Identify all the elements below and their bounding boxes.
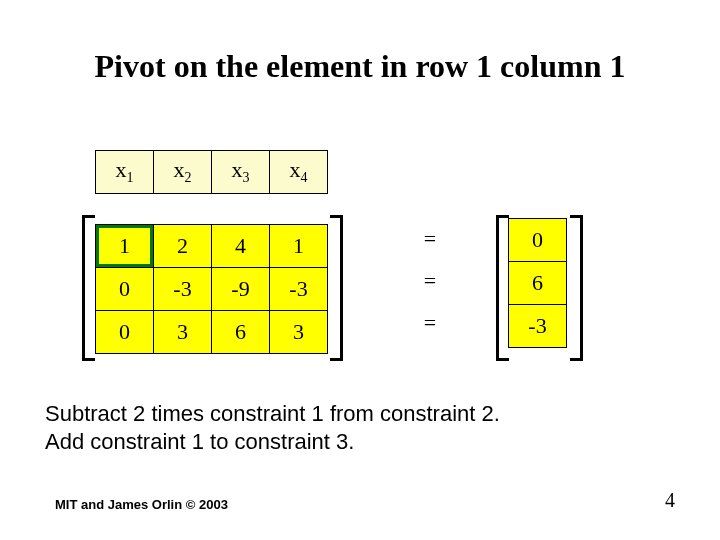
cell: -3 (270, 268, 328, 311)
matrix-area: x1 x2 x3 x4 1 2 4 1 0 -3 -9 -3 0 3 6 (95, 150, 328, 354)
left-bracket-main (82, 215, 95, 361)
pivot-cell: 1 (96, 225, 154, 268)
rhs-table: 0 6 -3 (508, 218, 567, 348)
cell: 4 (212, 225, 270, 268)
equals-sign: = (415, 302, 445, 344)
rhs-area: 0 6 -3 (508, 218, 567, 348)
rhs-cell: -3 (509, 305, 567, 348)
cell: 6 (212, 311, 270, 354)
cell: 3 (270, 311, 328, 354)
matrix-row-2: 0 -3 -9 -3 (96, 268, 328, 311)
slide-title: Pivot on the element in row 1 column 1 (0, 48, 720, 85)
footer-credits: MIT and James Orlin © 2003 (55, 497, 228, 512)
var-header-x4: x4 (270, 151, 328, 194)
header-row: x1 x2 x3 x4 (96, 151, 328, 194)
cell: 0 (96, 311, 154, 354)
right-bracket-rhs (570, 215, 583, 361)
rhs-cell: 0 (509, 219, 567, 262)
equals-column: = = = (415, 218, 445, 344)
rhs-cell: 6 (509, 262, 567, 305)
variable-matrix-table: x1 x2 x3 x4 1 2 4 1 0 -3 -9 -3 0 3 6 (95, 150, 328, 354)
slide: Pivot on the element in row 1 column 1 x… (0, 0, 720, 540)
body-line-2: Add constraint 1 to constraint 3. (45, 428, 500, 456)
var-header-x2: x2 (154, 151, 212, 194)
cell: -9 (212, 268, 270, 311)
matrix-row-1: 1 2 4 1 (96, 225, 328, 268)
page-number: 4 (665, 489, 675, 512)
cell: 3 (154, 311, 212, 354)
body-text: Subtract 2 times constraint 1 from const… (45, 400, 500, 455)
equals-sign: = (415, 218, 445, 260)
cell: 2 (154, 225, 212, 268)
spacer (96, 194, 328, 225)
right-bracket-main (330, 215, 343, 361)
cell: -3 (154, 268, 212, 311)
equals-sign: = (415, 260, 445, 302)
cell: 1 (270, 225, 328, 268)
matrix-row-3: 0 3 6 3 (96, 311, 328, 354)
var-header-x3: x3 (212, 151, 270, 194)
cell: 0 (96, 268, 154, 311)
var-header-x1: x1 (96, 151, 154, 194)
body-line-1: Subtract 2 times constraint 1 from const… (45, 400, 500, 428)
